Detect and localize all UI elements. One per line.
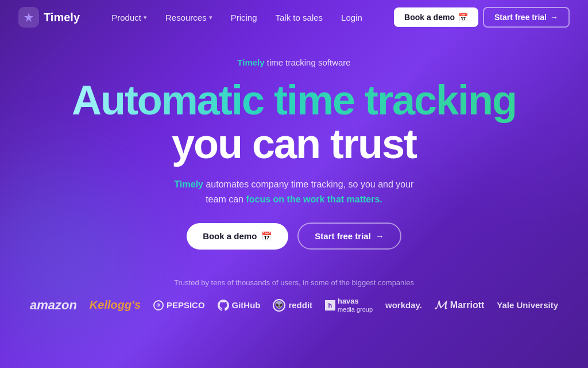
hero-section: Timely time tracking software Automatic … <box>0 34 588 250</box>
logo-github: GitHub <box>218 300 261 311</box>
nav-actions: Book a demo 📅 Start free trial → <box>394 7 570 28</box>
nav-product[interactable]: Product ▾ <box>103 8 155 27</box>
trusted-text: Trusted by tens of thousands of users, i… <box>18 278 570 287</box>
logo-yale: Yale University <box>497 300 558 310</box>
hero-book-demo-button[interactable]: Book a demo 📅 <box>187 223 288 250</box>
nav-talk-to-sales[interactable]: Talk to sales <box>268 8 331 27</box>
nav-resources[interactable]: Resources ▾ <box>157 8 220 27</box>
marriott-m-icon: 𝓜 <box>435 298 447 312</box>
hero-buttons: Book a demo 📅 Start free trial → <box>18 223 570 250</box>
arrow-right-icon: → <box>376 231 384 241</box>
github-icon <box>218 300 229 311</box>
trusted-section: Trusted by tens of thousands of users, i… <box>0 278 588 312</box>
logos-row: amazon Kellogg's ⊕ PEPSICO GitHub 👽 redd… <box>18 297 570 312</box>
logo-pepsico: ⊕ PEPSICO <box>153 300 205 310</box>
chevron-down-icon: ▾ <box>144 14 147 21</box>
hero-title: Automatic time tracking you can trust <box>18 79 570 166</box>
logo-workday: workday. <box>385 300 422 310</box>
nav-book-demo-button[interactable]: Book a demo 📅 <box>394 7 478 27</box>
logo-reddit: 👽 reddit <box>273 299 312 312</box>
hero-tagline: Timely time tracking software <box>18 57 570 67</box>
nav-login[interactable]: Login <box>333 8 370 27</box>
hero-subtitle: Timely automates company time tracking, … <box>173 177 415 206</box>
logo-amazon: amazon <box>30 298 77 313</box>
hero-start-trial-button[interactable]: Start free trial → <box>297 223 401 250</box>
logo-kelloggs: Kellogg's <box>90 298 141 312</box>
nav-links: Product ▾ Resources ▾ Pricing Talk to sa… <box>80 8 394 27</box>
navbar: Timely Product ▾ Resources ▾ Pricing Tal… <box>0 0 588 34</box>
nav-start-trial-button[interactable]: Start free trial → <box>483 7 570 28</box>
calendar-icon: 📅 <box>458 13 468 22</box>
logo-icon <box>18 7 39 28</box>
chevron-down-icon: ▾ <box>209 14 212 21</box>
logo-marriott: 𝓜 Marriott <box>435 298 485 312</box>
logo-havas: h havas media group <box>325 297 373 312</box>
arrow-right-icon: → <box>550 13 558 22</box>
brand-name: Timely <box>44 11 80 24</box>
logo-link[interactable]: Timely <box>18 7 80 28</box>
calendar-icon: 📅 <box>261 231 272 241</box>
havas-h-icon: h <box>325 300 335 310</box>
reddit-icon: 👽 <box>273 299 285 312</box>
pepsico-globe-icon: ⊕ <box>153 300 164 310</box>
nav-pricing[interactable]: Pricing <box>223 8 265 27</box>
